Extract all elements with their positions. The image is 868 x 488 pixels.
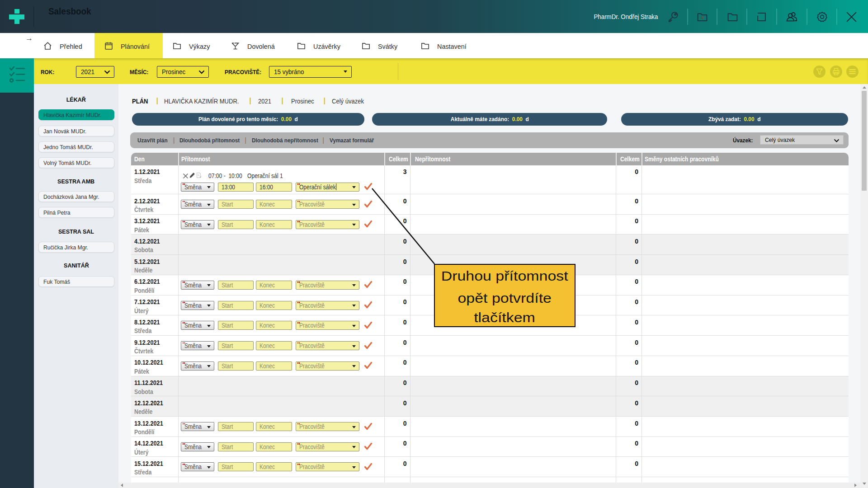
tab-nastaveni[interactable]: Nastavení [416,33,476,58]
delete-entry-icon[interactable] [183,173,189,178]
sidebar-item[interactable]: Ručička Jirka Mgr. [38,242,114,253]
copy-entry-icon[interactable] [196,172,202,178]
scroll-left-arrow-icon[interactable] [121,483,123,487]
sidebar-item[interactable]: Hlavička Kazimír MUDr. [38,109,114,121]
workplace-combo[interactable]: Pracoviště [296,361,359,371]
sidebar-item[interactable]: Jan Novák MUDr. [38,126,114,137]
shift-select[interactable]: Směna [181,220,214,229]
tab-svatky[interactable]: Svátky [357,33,407,58]
workplace-combo[interactable]: Pracoviště [296,442,359,451]
start-time-input[interactable]: Start [218,462,254,471]
start-time-input[interactable]: Start [218,321,254,330]
confirm-check-button[interactable] [364,422,373,431]
end-time-input[interactable]: Konec [256,442,292,451]
end-time-input[interactable]: Konec [256,361,292,371]
confirm-check-button[interactable] [364,361,373,370]
sidebar-item[interactable]: Volný Tomáš MUDr. [38,157,114,169]
tab-uzaverky[interactable]: Uzávěrky [292,33,351,58]
menu-button[interactable] [846,66,859,78]
workplace-combo[interactable]: Pracoviště [296,301,359,310]
end-time-input[interactable]: 16:00 [256,183,292,192]
confirm-check-button[interactable] [364,200,373,208]
filter-select-2[interactable]: 15 vybráno [269,66,352,78]
start-time-input[interactable]: 13:00 [218,183,254,192]
workplace-combo[interactable]: Pracoviště [296,200,359,209]
end-time-input[interactable]: Konec [256,301,292,310]
start-time-input[interactable]: Start [218,361,254,371]
filter-select-1[interactable]: Prosinec [157,66,209,78]
end-time-input[interactable]: Konec [256,422,292,431]
printer-button[interactable] [830,66,842,78]
sidebar-item[interactable]: Fuk Tomáš [38,276,114,287]
toolbar-action[interactable]: Dlouhodobá přítomnost [179,137,249,144]
confirm-check-button[interactable] [364,342,373,350]
shift-select[interactable]: Směna [181,301,214,310]
shift-select[interactable]: Směna [181,361,214,371]
start-time-input[interactable]: Start [218,442,254,451]
toolbar-action[interactable]: Uzavřít plán [137,137,172,144]
confirm-check-button[interactable] [364,220,373,228]
shift-select[interactable]: Směna [181,462,214,471]
shift-select[interactable]: Směna [181,341,214,350]
sidebar-item[interactable]: Docházková Jana Mgr. [38,191,114,202]
tab-dovolena[interactable]: Dovolená [226,33,284,58]
sidebar-item[interactable]: Jedno Tomáš MUDr. [38,141,114,153]
confirm-check-button[interactable] [364,301,373,309]
end-time-input[interactable]: Konec [256,321,292,330]
end-time-input[interactable]: Konec [256,220,292,229]
sidebar-item[interactable]: Pilná Petra [38,207,114,218]
folder-n-icon[interactable]: N [696,11,708,23]
end-time-input[interactable]: Konec [256,462,292,471]
shift-select[interactable]: Směna [181,183,214,192]
shift-select[interactable]: Směna [181,281,214,290]
workplace-combo[interactable]: Pracoviště [296,341,359,350]
vertical-scrollbar-thumb[interactable] [862,91,867,191]
square-icon[interactable] [755,11,768,23]
planning-sidebar-icon-box[interactable] [0,58,34,93]
key-icon[interactable] [667,11,679,23]
workplace-combo[interactable]: Pracoviště [296,422,359,431]
confirm-check-button[interactable] [364,281,373,289]
shift-select[interactable]: Směna [181,321,214,330]
start-time-input[interactable]: Start [218,200,254,209]
toolbar-action[interactable]: Dlouhodobá nepřítomnost [252,137,328,144]
breadcrumb-item[interactable]: HLAVIČKA KAZIMÍR MUDR. [164,98,245,105]
funnel-button[interactable] [813,66,826,78]
end-time-input[interactable]: Konec [256,200,292,209]
scroll-up-arrow-icon[interactable] [863,86,866,89]
workplace-combo[interactable]: Pracoviště [296,321,359,330]
shift-select[interactable]: Směna [181,442,214,451]
gear-icon[interactable] [816,11,828,23]
horizontal-scrollbar[interactable] [118,483,860,488]
workplace-combo[interactable]: Pracoviště [296,220,359,229]
workplace-combo[interactable]: Pracoviště [296,462,359,471]
back-arrow-icon[interactable]: → [25,34,33,43]
scroll-right-arrow-icon[interactable] [854,483,857,487]
breadcrumb-item[interactable]: 2021 [258,98,272,105]
workplace-combo[interactable]: Operační sálek [296,183,359,192]
start-time-input[interactable]: Start [218,220,254,229]
close-icon[interactable] [845,11,858,23]
vertical-scrollbar[interactable] [860,84,868,488]
shift-select[interactable]: Směna [181,200,214,209]
edit-entry-icon[interactable] [189,172,195,178]
confirm-check-button[interactable] [364,321,373,329]
start-time-input[interactable]: Start [218,422,254,431]
breadcrumb-item[interactable]: Celý úvazek [332,98,366,105]
folder-icon[interactable] [726,11,739,23]
tab-vykazy[interactable]: Výkazy [168,33,218,58]
confirm-check-button[interactable] [364,183,373,191]
confirm-check-button[interactable] [364,463,373,471]
uvazek-select[interactable]: Celý úvazek [760,135,844,145]
start-time-input[interactable]: Start [218,301,254,310]
scroll-down-arrow-icon[interactable] [863,483,866,485]
start-time-input[interactable]: Start [218,341,254,350]
toolbar-action[interactable]: Vymazat formulář [330,137,381,144]
end-time-input[interactable]: Konec [256,341,292,350]
confirm-check-button[interactable] [364,442,373,450]
start-time-input[interactable]: Start [218,281,254,290]
workplace-combo[interactable]: Pracoviště [296,281,359,290]
breadcrumb-item[interactable]: Prosinec [291,98,316,105]
users-icon[interactable] [786,11,798,23]
shift-select[interactable]: Směna [181,422,214,431]
